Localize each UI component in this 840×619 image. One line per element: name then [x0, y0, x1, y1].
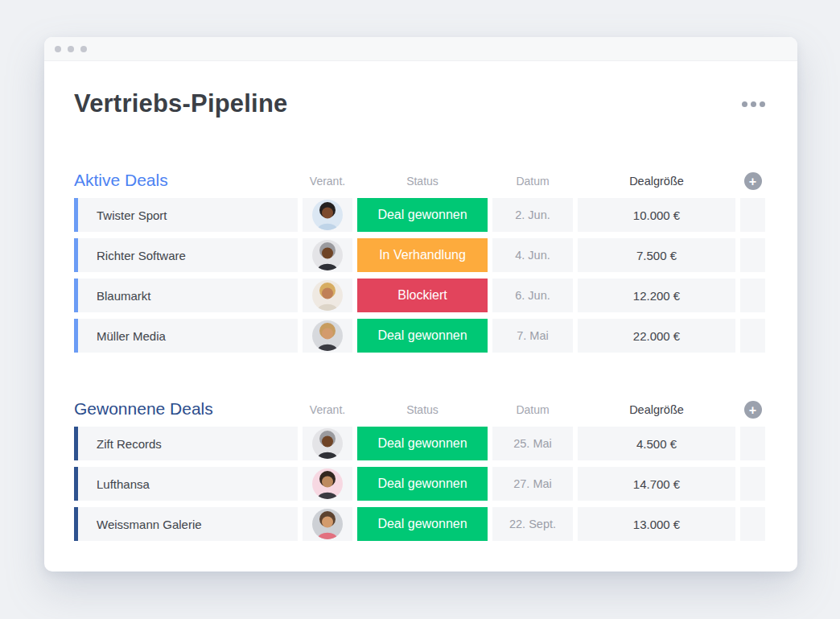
deal-name-cell[interactable]: Richter Software — [74, 238, 298, 272]
deal-size-cell[interactable]: 12.200 € — [578, 279, 735, 312]
status-cell[interactable]: In Verhandlung — [357, 238, 488, 272]
ellipsis-icon — [751, 101, 756, 107]
table-row: Lufthansa Deal gewonnen 27. Mai 14.700 € — [74, 467, 767, 501]
table-row: Müller Media Deal gewonnen 7. Mai 22.000… — [74, 319, 767, 353]
window-controls[interactable] — [55, 46, 87, 52]
date-cell[interactable]: 7. Mai — [492, 319, 573, 353]
ellipsis-icon — [760, 101, 765, 107]
status-cell[interactable]: Deal gewonnen — [357, 319, 488, 353]
group-title[interactable]: Aktive Deals — [74, 164, 298, 190]
deal-size-cell[interactable]: 22.000 € — [578, 319, 735, 353]
empty-cell — [740, 279, 765, 312]
owner-cell[interactable] — [303, 427, 352, 460]
deal-size-cell[interactable]: 10.000 € — [578, 198, 735, 232]
group-active-deals: Aktive Deals Verant. Status Datum Dealgr… — [74, 164, 767, 353]
window-control-dot-icon[interactable] — [68, 46, 74, 52]
column-header-owner: Verant. — [303, 395, 352, 416]
empty-cell — [740, 467, 765, 501]
group-header: Gewonnene Deals Verant. Status Datum Dea… — [74, 393, 767, 422]
deal-size-cell[interactable]: 4.500 € — [578, 427, 735, 460]
empty-cell — [740, 238, 765, 272]
avatar — [312, 428, 343, 459]
window-control-dot-icon[interactable] — [80, 46, 87, 52]
group-title[interactable]: Gewonnene Deals — [74, 393, 298, 419]
avatar — [312, 240, 343, 270]
avatar — [312, 509, 343, 539]
window-control-dot-icon[interactable] — [55, 46, 61, 52]
deal-size-cell[interactable]: 7.500 € — [578, 238, 735, 272]
date-cell[interactable]: 27. Mai — [492, 467, 573, 501]
date-cell[interactable]: 4. Jun. — [492, 238, 573, 272]
date-cell[interactable]: 2. Jun. — [492, 198, 573, 232]
status-cell[interactable]: Deal gewonnen — [357, 507, 488, 541]
window-titlebar — [44, 37, 797, 61]
group-header: Aktive Deals Verant. Status Datum Dealgr… — [74, 164, 767, 193]
status-cell[interactable]: Blockiert — [357, 279, 488, 312]
group-rows: Zift Records Deal gewonnen 25. Mai 4.500… — [74, 427, 767, 541]
owner-cell[interactable] — [303, 279, 352, 312]
deal-name-cell[interactable]: Weissmann Galerie — [74, 507, 298, 541]
avatar — [312, 280, 343, 311]
empty-cell — [740, 319, 765, 353]
column-header-date: Datum — [492, 167, 573, 188]
empty-cell — [740, 507, 765, 541]
group-rows: Twister Sport Deal gewonnen 2. Jun. 10.0… — [74, 198, 767, 353]
add-column-button[interactable]: + — [744, 172, 762, 190]
add-column-button[interactable]: + — [744, 401, 762, 419]
empty-cell — [740, 427, 765, 460]
owner-cell[interactable] — [303, 319, 352, 353]
board-menu-button[interactable] — [740, 97, 767, 112]
table-row: Zift Records Deal gewonnen 25. Mai 4.500… — [74, 427, 767, 460]
table-row: Richter Software In Verhandlung 4. Jun. … — [74, 238, 767, 272]
owner-cell[interactable] — [303, 507, 352, 541]
avatar — [312, 200, 343, 230]
avatar — [312, 468, 343, 499]
column-header-deal-size: Dealgröße — [578, 167, 735, 188]
table-row: Twister Sport Deal gewonnen 2. Jun. 10.0… — [74, 198, 767, 232]
empty-cell — [740, 198, 765, 232]
date-cell[interactable]: 6. Jun. — [492, 279, 573, 312]
column-header-status: Status — [357, 395, 488, 416]
owner-cell[interactable] — [303, 238, 352, 272]
ellipsis-icon — [742, 101, 747, 107]
deal-size-cell[interactable]: 14.700 € — [578, 467, 735, 501]
owner-cell[interactable] — [303, 467, 352, 501]
board-content: Vertriebs-Pipeline Aktive Deals Verant. … — [44, 89, 797, 541]
owner-cell[interactable] — [303, 198, 352, 232]
app-window: Vertriebs-Pipeline Aktive Deals Verant. … — [44, 37, 797, 572]
deal-name-cell[interactable]: Lufthansa — [74, 467, 298, 501]
date-cell[interactable]: 22. Sept. — [492, 507, 573, 541]
board-header: Vertriebs-Pipeline — [74, 89, 767, 119]
column-header-date: Datum — [492, 395, 573, 416]
avatar — [312, 320, 343, 351]
deal-size-cell[interactable]: 13.000 € — [578, 507, 735, 541]
page-title: Vertriebs-Pipeline — [74, 89, 287, 118]
status-cell[interactable]: Deal gewonnen — [357, 467, 488, 501]
status-cell[interactable]: Deal gewonnen — [357, 427, 488, 460]
table-row: Weissmann Galerie Deal gewonnen 22. Sept… — [74, 507, 767, 541]
deal-name-cell[interactable]: Zift Records — [74, 427, 298, 460]
deal-name-cell[interactable]: Müller Media — [74, 319, 298, 353]
group-won-deals: Gewonnene Deals Verant. Status Datum Dea… — [74, 393, 767, 541]
deal-name-cell[interactable]: Blaumarkt — [74, 279, 298, 312]
table-row: Blaumarkt Blockiert 6. Jun. 12.200 € — [74, 279, 767, 312]
column-header-owner: Verant. — [303, 167, 352, 188]
date-cell[interactable]: 25. Mai — [492, 427, 573, 460]
deal-name-cell[interactable]: Twister Sport — [74, 198, 298, 232]
column-header-deal-size: Dealgröße — [578, 395, 735, 416]
column-header-status: Status — [357, 167, 488, 188]
status-cell[interactable]: Deal gewonnen — [357, 198, 488, 232]
